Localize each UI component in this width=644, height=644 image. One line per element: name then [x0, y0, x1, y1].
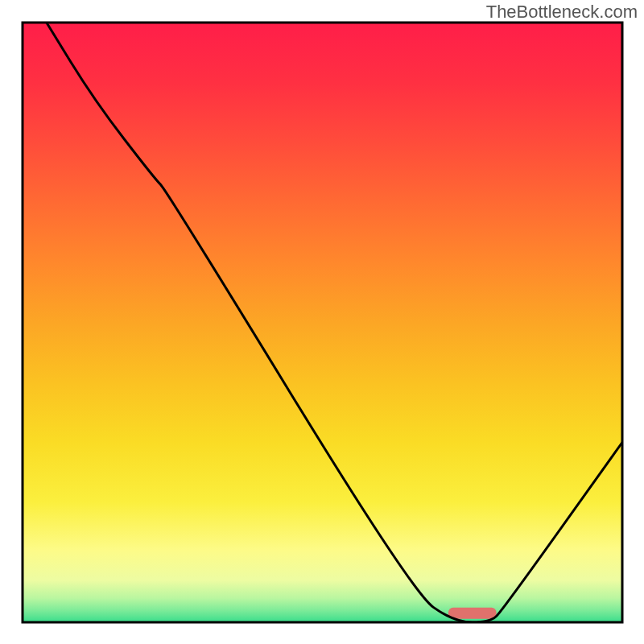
- gradient-background: [23, 23, 622, 622]
- watermark-text: TheBottleneck.com: [486, 2, 638, 23]
- chart-container: TheBottleneck.com: [0, 0, 644, 644]
- bottleneck-chart: [0, 0, 644, 644]
- optimal-marker: [448, 608, 497, 619]
